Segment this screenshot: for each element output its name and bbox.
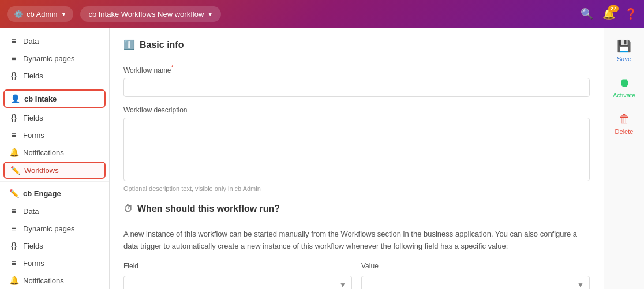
sidebar-item-label: Forms (23, 131, 44, 140)
basic-info-title: Basic info (140, 40, 184, 50)
help-button[interactable]: ❓ (624, 7, 637, 20)
value-column: Value ▼ (361, 262, 590, 289)
bell-icon: 🔔 (9, 148, 18, 157)
sidebar-group-label: cb Engage (23, 189, 61, 198)
sidebar-item-label: Notifications (23, 276, 64, 285)
sidebar-item-label: Forms (23, 259, 44, 268)
delete-label: Delete (615, 128, 634, 135)
clock-icon: ⏱ (123, 204, 133, 214)
workflow-description-input[interactable] (123, 118, 590, 181)
activate-icon: ⏺ (619, 76, 630, 89)
sidebar-item-label: Fields (23, 114, 43, 122)
field-select-wrapper: ▼ (123, 276, 352, 289)
divider (0, 181, 109, 182)
sidebar-item-data-top[interactable]: ≡ Data (0, 32, 109, 50)
cb-engage-icon: ✏️ (9, 189, 18, 198)
trigger-field-row: Field ▼ Value ▼ (123, 262, 590, 289)
workflow-name-group: Workflow name* (123, 65, 590, 97)
field-column: Field ▼ (123, 262, 352, 289)
workflow-breadcrumb-button[interactable]: cb Intake Workflows New workflow ▼ (80, 6, 221, 22)
header-actions: 🔍 🔔 27 ❓ (581, 7, 637, 20)
sidebar-item-label: Data (23, 207, 39, 216)
fields-icon: {} (9, 113, 18, 122)
activate-button[interactable]: ⏺ Activate (607, 72, 642, 103)
when-description: A new instance of this workflow can be s… (123, 228, 590, 253)
when-section: ⏱ When should this workflow run? A new i… (123, 204, 590, 289)
data-icon: ≡ (9, 36, 18, 46)
main-layout: ≡ Data ≡ Dynamic pages {} Fields 👤 cb In… (0, 28, 644, 289)
bell-icon: 🔔 (9, 276, 18, 285)
save-label: Save (617, 55, 631, 62)
sidebar-group-cb-intake[interactable]: 👤 cb Intake (3, 89, 106, 108)
activate-label: Activate (613, 92, 635, 99)
workflow-description-label: Workflow description (123, 106, 590, 114)
delete-button[interactable]: 🗑 Delete (607, 108, 642, 140)
dynamic-pages-icon: ≡ (9, 54, 18, 63)
delete-icon: 🗑 (619, 112, 630, 126)
search-icon: 🔍 (581, 7, 593, 20)
sidebar: ≡ Data ≡ Dynamic pages {} Fields 👤 cb In… (0, 28, 110, 289)
save-button[interactable]: 💾 Save (607, 35, 642, 67)
sidebar-item-label: Fields (23, 242, 43, 250)
sidebar-item-label: Data (23, 37, 39, 46)
workflow-icon: ✏️ (10, 166, 20, 175)
admin-label: cb Admin (27, 10, 57, 18)
cb-intake-icon: 👤 (10, 94, 20, 103)
forms-icon: ≡ (9, 130, 18, 140)
sidebar-item-label: Notifications (23, 148, 64, 157)
fields-icon: {} (9, 71, 18, 80)
when-section-title: ⏱ When should this workflow run? (123, 204, 590, 219)
right-toolbar: 💾 Save ⏺ Activate 🗑 Delete (604, 28, 644, 289)
value-label: Value (361, 262, 590, 270)
value-select-wrapper: ▼ (361, 276, 590, 289)
sidebar-item-fields-intake[interactable]: {} Fields (0, 109, 109, 126)
field-label: Field (123, 262, 352, 270)
sidebar-group-label: cb Intake (24, 95, 57, 103)
fields-icon: {} (9, 241, 18, 250)
workflow-chevron-icon: ▼ (207, 11, 213, 17)
sidebar-item-notifications-engage[interactable]: 🔔 Notifications (0, 272, 109, 289)
notifications-button[interactable]: 🔔 27 (602, 7, 615, 20)
forms-icon: ≡ (9, 258, 18, 268)
save-icon: 💾 (617, 39, 631, 53)
sidebar-item-dynamic-pages-top[interactable]: ≡ Dynamic pages (0, 50, 109, 67)
sidebar-item-dynamic-pages-engage[interactable]: ≡ Dynamic pages (0, 220, 109, 237)
workflow-label: cb Intake Workflows New workflow (88, 10, 204, 18)
field-select[interactable] (123, 276, 352, 289)
admin-chevron-icon: ▼ (61, 11, 66, 17)
workflow-name-label: Workflow name* (123, 65, 590, 74)
workflow-description-group: Workflow description Optional descriptio… (123, 106, 590, 192)
sidebar-item-data-engage[interactable]: ≡ Data (0, 202, 109, 220)
basic-info-section-title: ℹ️ Basic info (123, 39, 590, 55)
app-header: ⚙️ cb Admin ▼ cb Intake Workflows New wo… (0, 0, 644, 28)
sidebar-item-forms-intake[interactable]: ≡ Forms (0, 126, 109, 144)
sidebar-item-fields-engage[interactable]: {} Fields (0, 237, 109, 254)
sidebar-item-label: Workflows (24, 166, 59, 175)
sidebar-item-label: Fields (23, 72, 43, 80)
divider (0, 87, 109, 87)
sidebar-item-workflows-intake[interactable]: ✏️ Workflows (3, 162, 106, 179)
value-select[interactable] (361, 276, 590, 289)
sidebar-item-label: Dynamic pages (23, 54, 75, 63)
workflow-name-input[interactable] (123, 78, 590, 97)
sidebar-item-fields-top[interactable]: {} Fields (0, 67, 109, 84)
dynamic-pages-icon: ≡ (9, 224, 18, 233)
search-button[interactable]: 🔍 (581, 7, 593, 20)
sidebar-group-cb-engage[interactable]: ✏️ cb Engage (0, 184, 109, 202)
content-area: ℹ️ Basic info Workflow name* Workflow de… (110, 28, 604, 289)
admin-menu-button[interactable]: ⚙️ cb Admin ▼ (7, 6, 73, 22)
sidebar-item-notifications-intake[interactable]: 🔔 Notifications (0, 144, 109, 161)
sidebar-item-forms-engage[interactable]: ≡ Forms (0, 254, 109, 272)
data-icon: ≡ (9, 207, 18, 216)
sidebar-item-label: Dynamic pages (23, 224, 75, 233)
info-icon: ℹ️ (123, 39, 135, 50)
description-hint: Optional description text, visible only … (123, 185, 590, 192)
notification-count: 27 (608, 5, 619, 12)
admin-icon: ⚙️ (14, 10, 23, 18)
help-icon: ❓ (624, 7, 637, 20)
